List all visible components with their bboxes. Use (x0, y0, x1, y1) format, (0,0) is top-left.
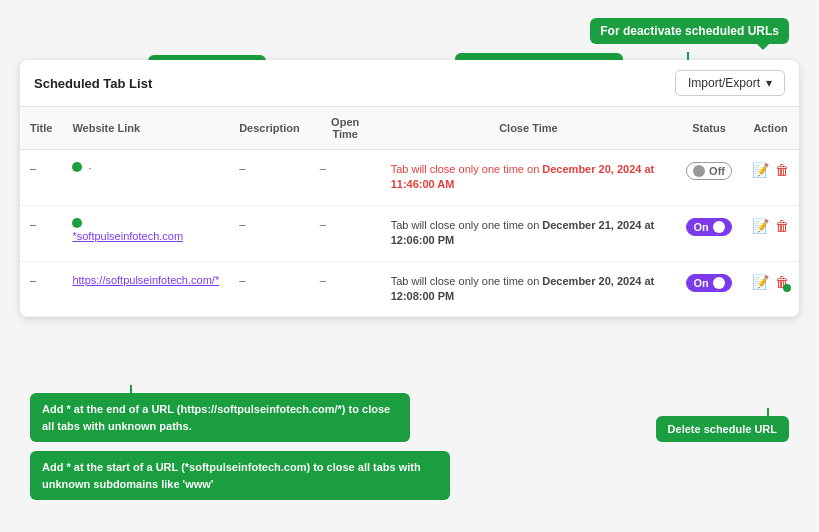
callout-deactivate: For deactivate scheduled URLs (590, 18, 789, 44)
table-title: Scheduled Tab List (34, 76, 152, 91)
row2-close-time: Tab will close only one time on December… (381, 205, 676, 261)
row1-title: – (20, 150, 62, 206)
col-website-link: Website Link (62, 107, 229, 150)
row3-close-time-text: Tab will close only one time on December… (391, 275, 655, 302)
action-wrap: 📝 🗑 (752, 162, 789, 178)
toggle-on-row3[interactable]: On (686, 274, 731, 292)
delete-icon[interactable]: 🗑 (775, 162, 789, 178)
callout-deactivate-text: For deactivate scheduled URLs (600, 24, 779, 38)
row2-action: 📝 🗑 (742, 205, 799, 261)
callout-delete-schedule: Delete schedule URL (656, 416, 789, 442)
row2-open-time: – (310, 205, 381, 261)
dot-indicator (72, 162, 82, 172)
row1-action: 📝 🗑 (742, 150, 799, 206)
toggle-dot (713, 221, 725, 233)
dot-indicator (72, 218, 82, 228)
toggle-dot (713, 277, 725, 289)
row3-link[interactable]: https://softpulseinfotech.com/* (72, 274, 219, 286)
row1-close-time-text: Tab will close only one time on December… (391, 163, 655, 190)
table-row: – https://softpulseinfotech.com/* – – Ta… (20, 261, 799, 317)
main-container: For deactivate scheduled URLs For close … (0, 0, 819, 532)
row2-status: On (676, 205, 742, 261)
import-export-label: Import/Export (688, 76, 760, 90)
table-row: – *softpulseinfotech.com – – Tab will cl… (20, 205, 799, 261)
delete-icon[interactable]: 🗑 (775, 274, 789, 290)
table-row: – · – – Tab will close only one time on … (20, 150, 799, 206)
col-status: Status (676, 107, 742, 150)
row2-title: – (20, 205, 62, 261)
callout-bottom-2-text: Add * at the start of a URL (*softpulsei… (42, 461, 421, 490)
row3-status: On (676, 261, 742, 317)
row3-description: – (229, 261, 310, 317)
delete-icon[interactable]: 🗑 (775, 218, 789, 234)
toggle-on-row2[interactable]: On (686, 218, 731, 236)
row3-open-time: – (310, 261, 381, 317)
row3-website: https://softpulseinfotech.com/* (62, 261, 229, 317)
callout-delete-text: Delete schedule URL (668, 423, 777, 435)
table-header-row: Scheduled Tab List Import/Export ▾ (20, 60, 799, 107)
toggle-label: On (693, 221, 708, 233)
edit-icon[interactable]: 📝 (752, 274, 769, 290)
row3-title: – (20, 261, 62, 317)
callout-bottom-url-end: Add * at the end of a URL (https://softp… (30, 393, 410, 442)
action-wrap: 📝 🗑 (752, 218, 789, 234)
row2-description: – (229, 205, 310, 261)
row1-description: – (229, 150, 310, 206)
connector-top (130, 385, 132, 393)
row1-close-time: Tab will close only one time on December… (381, 150, 676, 206)
dot-delete (783, 284, 791, 292)
import-export-button[interactable]: Import/Export ▾ (675, 70, 785, 96)
row2-link[interactable]: *softpulseinfotech.com (72, 230, 183, 242)
toggle-label: On (693, 277, 708, 289)
scheduled-tab-table: Title Website Link Description Open Time… (20, 107, 799, 317)
action-wrap: 📝 🗑 (752, 274, 789, 290)
toggle-dot (693, 165, 705, 177)
row2-website: *softpulseinfotech.com (62, 205, 229, 261)
connector-delete-top (767, 408, 769, 416)
row2-close-time-text: Tab will close only one time on December… (391, 219, 655, 246)
row1-website: · (62, 150, 229, 206)
col-action: Action (742, 107, 799, 150)
col-open-time: Open Time (310, 107, 381, 150)
table-header: Title Website Link Description Open Time… (20, 107, 799, 150)
col-close-time: Close Time (381, 107, 676, 150)
chevron-down-icon: ▾ (766, 76, 772, 90)
col-title: Title (20, 107, 62, 150)
table-card: Scheduled Tab List Import/Export ▾ Title… (20, 60, 799, 317)
col-description: Description (229, 107, 310, 150)
callout-bottom-1-text: Add * at the end of a URL (https://softp… (42, 403, 390, 432)
row3-close-time: Tab will close only one time on December… (381, 261, 676, 317)
row1-status: Off (676, 150, 742, 206)
toggle-label: Off (709, 165, 725, 177)
row3-action: 📝 🗑 (742, 261, 799, 317)
toggle-off-row1[interactable]: Off (686, 162, 732, 180)
edit-icon[interactable]: 📝 (752, 162, 769, 178)
edit-icon[interactable]: 📝 (752, 218, 769, 234)
row1-open-time: – (310, 150, 381, 206)
callout-bottom-url-start: Add * at the start of a URL (*softpulsei… (30, 451, 450, 500)
